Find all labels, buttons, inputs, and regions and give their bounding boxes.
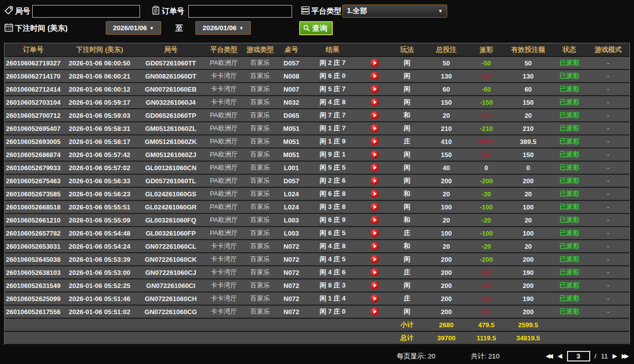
cell-bet-type: 闲 xyxy=(389,200,424,213)
search-button[interactable]: 查询 xyxy=(299,21,333,35)
cell-video xyxy=(360,135,390,148)
cell-bet-time: 2026-01-06 05:51:02 xyxy=(62,305,137,318)
empty-cell xyxy=(277,318,306,331)
play-video-icon[interactable] xyxy=(371,98,379,106)
cell-payout: -20 xyxy=(468,213,505,227)
empty-cell xyxy=(587,318,630,331)
cell-valid-bet: 389.5 xyxy=(505,135,552,148)
cell-order-no: 260106052653031 xyxy=(5,240,62,253)
order-no-input[interactable] xyxy=(188,5,292,18)
cell-mode: - xyxy=(587,161,630,174)
date-to-picker[interactable]: 2026/01/06 ▼ xyxy=(195,21,251,35)
play-video-icon[interactable] xyxy=(371,85,379,93)
cell-mode: - xyxy=(587,148,630,161)
cell-table-no: N007 xyxy=(277,83,306,96)
play-video-icon[interactable] xyxy=(371,268,379,276)
cell-total-bet: 20 xyxy=(425,109,468,122)
cell-game-type: 百家乐 xyxy=(243,187,277,200)
platform-type-select[interactable]: 1.全部 ▼ xyxy=(342,5,447,18)
play-video-icon[interactable] xyxy=(371,295,379,303)
cell-bet-type: 闲 xyxy=(389,122,424,135)
cell-video xyxy=(360,148,390,161)
cell-payout: -100 xyxy=(468,227,505,240)
cell-bet-time: 2026-01-06 05:59:03 xyxy=(62,109,137,122)
page-number-input[interactable] xyxy=(567,351,590,361)
cell-valid-bet: 200 xyxy=(505,279,552,292)
cell-result: 闲 6 庄 0 xyxy=(306,69,360,83)
cell-valid-bet: 20 xyxy=(505,240,552,253)
play-video-icon[interactable] xyxy=(371,164,379,172)
first-page-button[interactable]: ◀◀ xyxy=(546,350,553,361)
cell-bet-time: 2026-01-06 06:00:12 xyxy=(62,83,137,96)
cell-total-bet: 200 xyxy=(425,305,468,318)
cell-order-no: 260106062712414 xyxy=(5,83,62,96)
cell-valid-bet: 100 xyxy=(505,227,552,240)
play-video-icon[interactable] xyxy=(371,281,379,289)
cell-bet-type: 闲 xyxy=(389,96,424,109)
date-from-picker[interactable]: 2026/01/06 ▼ xyxy=(106,21,161,35)
search-icon xyxy=(303,25,311,32)
play-video-icon[interactable] xyxy=(371,72,379,80)
platform-list-icon xyxy=(301,6,310,15)
play-video-icon[interactable] xyxy=(371,124,379,132)
cell-game-no: GD057261060TL xyxy=(137,174,204,187)
cell-video xyxy=(360,213,390,227)
play-video-icon[interactable] xyxy=(371,242,379,250)
cell-mode: - xyxy=(587,96,630,109)
cell-platform: PA欧洲厅 xyxy=(204,135,243,148)
play-video-icon[interactable] xyxy=(371,190,379,198)
play-video-icon[interactable] xyxy=(371,151,379,159)
cell-table-no: N072 xyxy=(277,253,306,266)
cell-order-no: 260106052645038 xyxy=(5,253,62,266)
play-video-icon[interactable] xyxy=(371,255,379,263)
play-video-icon[interactable] xyxy=(371,111,379,119)
calendar-icon xyxy=(4,23,14,32)
cell-game-type: 百家乐 xyxy=(243,305,277,318)
cell-mode: - xyxy=(587,69,630,83)
table-row: 2601060526799332026-01-06 05:57:02GL0012… xyxy=(5,161,629,174)
cell-bet-type: 和 xyxy=(389,109,424,122)
play-video-icon[interactable] xyxy=(371,308,379,316)
cell-result: 闲 7 庄 0 xyxy=(306,305,360,318)
cell-mode: - xyxy=(587,213,630,227)
cell-table-no: L003 xyxy=(277,227,306,240)
cell-video xyxy=(360,292,390,305)
cell-bet-time: 2026-01-06 05:58:31 xyxy=(62,122,137,135)
page-separator: / xyxy=(595,352,597,360)
play-video-icon[interactable] xyxy=(371,137,379,145)
cell-game-type: 百家乐 xyxy=(243,122,277,135)
cell-game-no: GD065261060TP xyxy=(137,109,204,122)
play-video-icon[interactable] xyxy=(371,59,379,67)
cell-result: 闲 4 庄 6 xyxy=(306,266,360,279)
cell-mode: - xyxy=(587,240,630,253)
table-row: 2601060527031042026-01-06 05:59:17GN0322… xyxy=(5,96,629,109)
last-page-button[interactable]: ▶▶ xyxy=(622,350,629,361)
subtotal-row-payout: 479.5 xyxy=(468,318,505,331)
cell-valid-bet: 150 xyxy=(505,96,552,109)
subtotal-row-label: 小计 xyxy=(389,318,424,331)
cell-video xyxy=(360,69,390,83)
table-header-row: 订单号下注时间 (美东)局号平台类型游戏类型桌号结果玩法总投注派彩有效投注额状态… xyxy=(5,43,629,56)
cell-status: 已派彩 xyxy=(552,305,587,318)
cell-bet-type: 和 xyxy=(389,213,424,227)
cell-table-no: L024 xyxy=(277,200,306,213)
cell-table-no: N072 xyxy=(277,240,306,253)
page-size-label: 每页显示: 20 xyxy=(397,352,436,361)
cell-bet-type: 闲 xyxy=(389,83,424,96)
play-video-icon[interactable] xyxy=(371,229,379,237)
cell-game-no: GN032261060J4 xyxy=(137,96,204,109)
play-video-icon[interactable] xyxy=(371,177,379,185)
game-no-input[interactable] xyxy=(32,5,140,18)
cell-mode: - xyxy=(587,266,630,279)
play-video-icon[interactable] xyxy=(371,203,379,211)
play-video-icon[interactable] xyxy=(371,216,379,224)
cell-result: 闲 1 庄 4 xyxy=(306,292,360,305)
cell-bet-type: 闲 xyxy=(389,305,424,318)
next-page-button[interactable]: ▶ xyxy=(612,350,617,361)
prev-page-button[interactable]: ◀ xyxy=(557,350,562,361)
cell-table-no: D057 xyxy=(277,56,306,69)
cell-mode: - xyxy=(587,187,630,200)
cell-game-type: 百家乐 xyxy=(243,135,277,148)
platform-type-label: 平台类型 xyxy=(311,7,341,16)
cell-table-no: N072 xyxy=(277,292,306,305)
